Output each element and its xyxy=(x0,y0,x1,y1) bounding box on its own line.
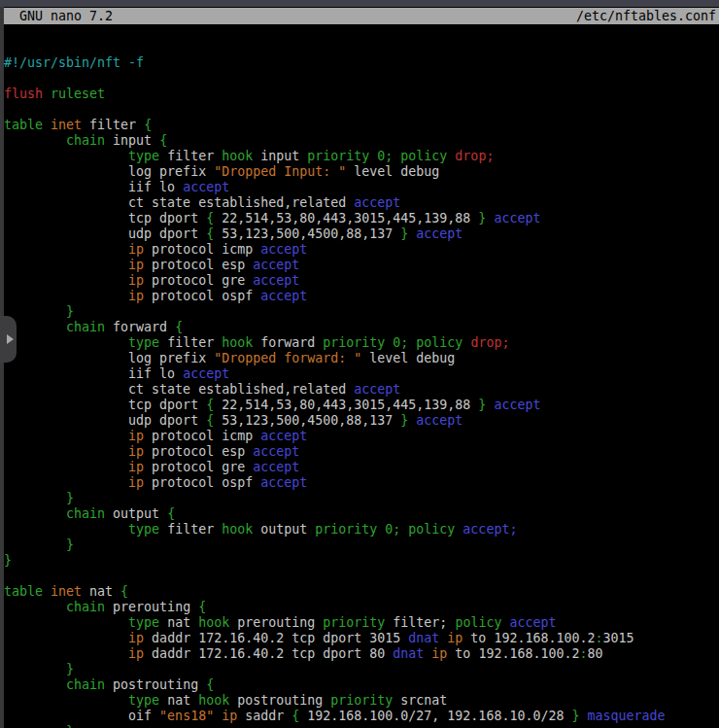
code-token xyxy=(4,600,66,614)
code-token: 22,514,53,80,443,3015,445,139,88 xyxy=(214,211,478,225)
code-token: daddr 172.16.40.2 tcp dport 80 xyxy=(144,646,393,661)
code-token xyxy=(4,475,128,490)
code-token: drop; xyxy=(455,149,494,163)
code-token: hook xyxy=(222,149,253,163)
code-token xyxy=(4,631,128,645)
code-token: dnat xyxy=(408,631,439,645)
code-token: "Dropped forward: " xyxy=(214,351,361,365)
code-token xyxy=(43,584,51,599)
code-token: saddr xyxy=(237,709,291,723)
code-line: tcp dport { 22,514,53,80,443,3015,445,13… xyxy=(4,398,719,413)
code-line: iif lo accept xyxy=(4,180,719,195)
code-token: hook xyxy=(222,335,253,350)
code-token: filter xyxy=(159,522,222,537)
code-line: ip protocol icmp accept xyxy=(4,242,719,258)
code-line: } xyxy=(4,553,719,569)
code-line: chain forward { xyxy=(4,320,719,335)
code-line: ip protocol gre accept xyxy=(4,460,719,475)
code-token: chain xyxy=(66,320,105,334)
console-screen: GNU nano 7.2 /etc/nftables.conf #!/usr/s… xyxy=(0,0,719,728)
nano-app-title: GNU nano 7.2 xyxy=(4,8,113,24)
nano-file-path: /etc/nftables.conf xyxy=(576,8,719,24)
code-line: udp dport { 53,123,500,4500,88,137 } acc… xyxy=(4,413,719,429)
code-token: accept xyxy=(183,366,229,381)
code-token: ip xyxy=(128,258,144,272)
terminal[interactable]: #!/usr/sbin/nft -f flush ruleset table i… xyxy=(4,24,719,728)
code-token: accept xyxy=(260,475,307,490)
code-token: hook xyxy=(222,522,253,537)
code-token: accept xyxy=(260,242,307,257)
code-token xyxy=(4,335,128,350)
code-token: type xyxy=(128,335,159,350)
code-token: tcp dport xyxy=(4,211,206,225)
code-token: type xyxy=(128,693,159,708)
code-line: } xyxy=(4,724,719,728)
code-token: to 192.168.100.2 xyxy=(447,646,579,661)
code-line: oif "ens18" ip saddr { 192.168.100.0/27,… xyxy=(4,709,719,724)
code-token: output xyxy=(253,522,315,537)
code-token: protocol ospf xyxy=(144,289,260,303)
code-token: protocol ospf xyxy=(144,475,260,490)
code-line: ip protocol ospf accept xyxy=(4,289,719,304)
code-token: ip xyxy=(128,646,144,661)
code-token xyxy=(4,662,66,676)
code-token: prerouting xyxy=(229,615,323,630)
code-token: accept xyxy=(494,398,540,412)
code-lines: #!/usr/sbin/nft -f flush ruleset table i… xyxy=(4,55,719,728)
code-line: ip protocol icmp accept xyxy=(4,429,719,444)
code-line: type filter hook output priority 0; poli… xyxy=(4,522,719,537)
code-token: output xyxy=(105,506,167,521)
code-token: { xyxy=(206,226,214,241)
code-token: type xyxy=(128,522,159,537)
code-token: accept xyxy=(253,444,299,459)
code-token: { xyxy=(175,320,183,334)
code-token xyxy=(4,522,128,537)
code-token xyxy=(4,724,66,728)
code-token: input xyxy=(105,133,159,148)
code-token: { xyxy=(206,413,214,428)
code-token: hook xyxy=(198,693,229,708)
code-token xyxy=(4,615,128,630)
code-token: filter xyxy=(159,335,222,350)
code-token: hook xyxy=(198,615,229,630)
code-line: #!/usr/sbin/nft -f xyxy=(4,55,719,71)
code-token xyxy=(214,709,222,723)
code-token: ip xyxy=(128,475,144,490)
code-token: srcnat xyxy=(393,693,447,708)
code-token xyxy=(4,258,128,272)
code-token: "Dropped Input: " xyxy=(214,164,346,179)
code-line: ip protocol ospf accept xyxy=(4,475,719,491)
code-token: filter xyxy=(159,149,222,163)
code-token: chain xyxy=(66,133,105,148)
code-token: type xyxy=(128,149,159,163)
code-token: } xyxy=(66,304,74,319)
code-token: table xyxy=(4,118,43,132)
code-line: ip protocol gre accept xyxy=(4,273,719,289)
code-token: priority xyxy=(330,693,393,708)
code-token: { xyxy=(144,118,152,132)
code-token: table xyxy=(4,584,43,599)
code-token xyxy=(4,646,128,661)
code-token: accept xyxy=(253,273,299,288)
code-token: inet xyxy=(51,584,82,599)
code-token: oif xyxy=(4,709,159,723)
code-token: ip xyxy=(128,289,144,303)
code-token: { xyxy=(167,506,175,521)
code-token: accept xyxy=(183,180,229,194)
code-line: log prefix "Dropped Input: " level debug xyxy=(4,164,719,180)
code-line: } xyxy=(4,662,719,677)
code-token: priority 0; policy xyxy=(307,149,455,163)
code-token: masquerade xyxy=(587,709,665,723)
code-line: } xyxy=(4,491,719,506)
code-token: } xyxy=(66,491,74,505)
code-token: } xyxy=(66,662,74,676)
code-token: accept xyxy=(354,195,400,210)
code-token xyxy=(4,537,66,552)
control-bar-handle[interactable] xyxy=(0,316,17,363)
code-token: to 192.168.100.2 xyxy=(462,631,595,645)
code-token: drop; xyxy=(470,335,509,350)
code-line: chain postrouting { xyxy=(4,677,719,693)
code-token: priority 0; policy xyxy=(315,522,462,537)
code-token: policy xyxy=(455,615,501,630)
nano-titlebar: GNU nano 7.2 /etc/nftables.conf xyxy=(4,8,719,24)
